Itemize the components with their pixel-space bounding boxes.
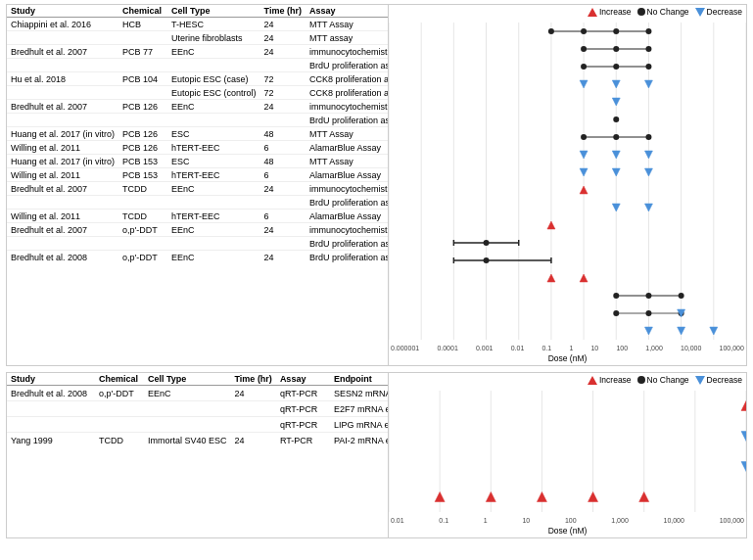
axis-tick: 0.1 xyxy=(439,517,448,524)
svg-point-33 xyxy=(645,134,651,140)
axis-tick: 0.0001 xyxy=(437,345,457,351)
table-row: BrdU proliferation assayCell Proliferati… xyxy=(7,196,389,210)
axis-tick: 100 xyxy=(616,345,628,351)
svg-point-29 xyxy=(613,117,619,122)
axis-tick: 0.1 xyxy=(541,345,551,351)
legend2-nochange: No Change xyxy=(637,375,689,385)
svg-point-59 xyxy=(613,310,619,316)
increase-icon xyxy=(588,8,597,17)
svg-marker-81 xyxy=(639,492,649,502)
table-row: BrdU proliferation assayCell Proliferati… xyxy=(7,59,389,72)
svg-marker-40 xyxy=(580,186,588,194)
col-assay: Assay xyxy=(306,5,389,18)
svg-marker-80 xyxy=(588,492,598,502)
svg-marker-75 xyxy=(741,432,746,442)
legend2-decrease: Decrease xyxy=(695,375,742,385)
legend-nochange: No Change xyxy=(637,7,689,17)
table-row: Bredhult et al. 2007TCDDEEnC24immunocyto… xyxy=(7,182,389,196)
table-row: Huang et al. 2017 (in vitro)PCB 153ESC48… xyxy=(7,155,389,168)
table-row: qRT-PCRLIPG mRNA expression xyxy=(7,417,389,433)
panel-1: Study Chemical Cell Type Time (hr) Assay… xyxy=(6,4,747,366)
svg-point-22 xyxy=(581,64,587,70)
panel1-plot xyxy=(389,23,746,340)
svg-point-51 xyxy=(484,257,490,263)
col2-assay: Assay xyxy=(276,373,330,386)
svg-point-15 xyxy=(613,28,619,34)
svg-marker-63 xyxy=(644,327,652,335)
panel1-axis-label: Dose (nM) xyxy=(389,353,746,363)
col-study: Study xyxy=(7,5,118,18)
legend-decrease: Decrease xyxy=(695,7,742,17)
col-chemical: Chemical xyxy=(118,5,167,18)
panel2-axis-label: Dose (nM) xyxy=(389,526,746,536)
col2-study: Study xyxy=(7,373,95,386)
panel2-table: Study Chemical Cell Type Time (hr) Assay… xyxy=(7,373,389,537)
legend2-nochange-label: No Change xyxy=(647,375,689,385)
decrease-icon xyxy=(695,8,705,17)
axis-tick: 10,000 xyxy=(664,517,684,524)
increase2-icon xyxy=(588,376,597,385)
panel2-legend: Increase No Change Decrease xyxy=(588,375,742,385)
svg-point-60 xyxy=(645,310,651,316)
decrease2-icon xyxy=(695,376,705,385)
svg-marker-39 xyxy=(644,168,652,176)
svg-marker-64 xyxy=(678,327,685,335)
axis-tick: 10 xyxy=(522,517,530,524)
axis-tick: 0.01 xyxy=(391,517,404,524)
table-row: Bredhult et al. 2008o,p'-DDTEEnC24qRT-PC… xyxy=(7,386,389,401)
svg-point-18 xyxy=(581,46,587,52)
nochange2-icon xyxy=(637,376,645,384)
panel1-table: Study Chemical Cell Type Time (hr) Assay… xyxy=(7,5,389,365)
axis-tick: 10,000 xyxy=(681,345,701,351)
nochange-icon xyxy=(637,8,645,16)
table-row: Bredhult et al. 2007PCB 126EEnC24immunoc… xyxy=(7,100,389,114)
svg-point-13 xyxy=(548,28,554,34)
panel1-axis-ticks: 0.0000010.00010.0010.010.11101001,00010,… xyxy=(389,345,746,351)
table-row: Willing et al. 2011PCB 153hTERT-EEC6Alam… xyxy=(7,168,389,182)
table-row: qRT-PCRE2F7 mRNA expression xyxy=(7,401,389,417)
axis-tick: 1 xyxy=(569,345,573,351)
svg-point-20 xyxy=(645,46,651,52)
svg-point-31 xyxy=(581,134,587,140)
legend2-increase-label: Increase xyxy=(599,375,632,385)
svg-marker-41 xyxy=(612,204,620,211)
table-row: Willing et al. 2011TCDDhTERT-EEC6AlamarB… xyxy=(7,210,389,223)
table-row: BrdU proliferation assayCell Proliferati… xyxy=(7,237,389,251)
table-row: Hu et al. 2018PCB 104Eutopic ESC (case)7… xyxy=(7,72,389,86)
axis-tick: 0.001 xyxy=(476,345,494,351)
svg-marker-43 xyxy=(547,221,555,229)
svg-marker-76 xyxy=(741,462,746,472)
axis-tick: 100 xyxy=(565,517,577,524)
col2-endpoint: Endpoint xyxy=(330,373,389,386)
table-row: Bredhult et al. 2007o,p'-DDTEEnC24immuno… xyxy=(7,223,389,237)
axis-tick: 0.000001 xyxy=(391,345,419,351)
table-row: Uterine fibroblasts24MTT assayCell Viabi… xyxy=(7,31,389,45)
svg-point-47 xyxy=(484,240,490,246)
svg-marker-77 xyxy=(435,492,445,502)
main-container: Study Chemical Cell Type Time (hr) Assay… xyxy=(0,0,753,548)
legend2-increase: Increase xyxy=(588,375,632,385)
table-row: Yang 1999TCDDImmortal SV40 ESC24RT-PCRPA… xyxy=(7,433,389,448)
svg-marker-36 xyxy=(644,151,652,159)
svg-marker-28 xyxy=(612,98,620,106)
svg-point-14 xyxy=(581,28,587,34)
svg-point-19 xyxy=(613,46,619,52)
svg-marker-52 xyxy=(547,274,555,282)
table-row: Willing et al. 2011PCB 126hTERT-EEC6Alam… xyxy=(7,141,389,155)
col-time: Time (hr) xyxy=(260,5,306,18)
panel2-plot xyxy=(389,391,746,512)
table-row: Chiappini et al. 2016HCBT-HESC24MTT Assa… xyxy=(7,18,389,31)
table-row: Eutopic ESC (control)72CCK8 proliferatio… xyxy=(7,86,389,100)
svg-marker-74 xyxy=(741,401,746,411)
svg-point-16 xyxy=(645,28,651,34)
table-row: Bredhult et al. 2008o,p'-DDTEEnC24BrdU p… xyxy=(7,251,389,264)
axis-tick: 10 xyxy=(590,345,598,351)
legend-increase: Increase xyxy=(588,7,632,17)
axis-tick: 1 xyxy=(484,517,488,524)
svg-point-55 xyxy=(613,293,619,299)
svg-marker-79 xyxy=(537,492,546,502)
axis-tick: 100,000 xyxy=(720,345,744,351)
col-celltype: Cell Type xyxy=(167,5,260,18)
panel2-chart: Increase No Change Decrease 0.010.111010… xyxy=(389,373,746,537)
svg-point-23 xyxy=(613,64,619,70)
